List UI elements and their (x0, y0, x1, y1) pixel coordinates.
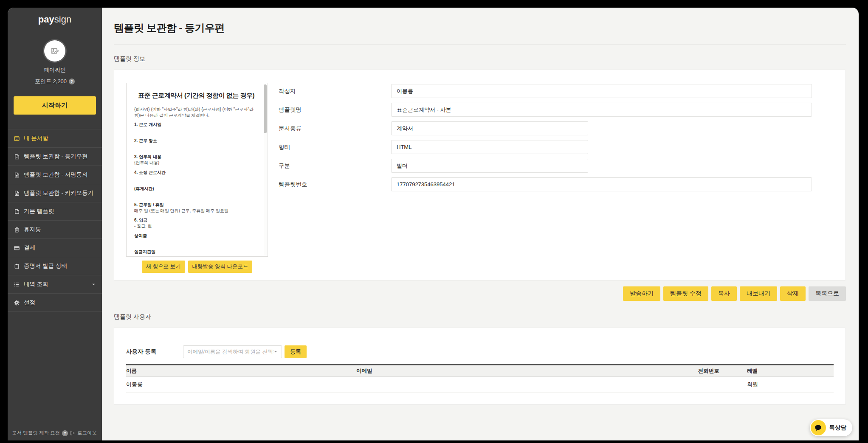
preview-scrollbar-thumb[interactable] (264, 84, 267, 133)
request-help-icon[interactable]: ? (62, 430, 68, 436)
back-to-list-button[interactable]: 목록으로 (809, 286, 846, 301)
category-field[interactable] (391, 159, 588, 173)
member-search-placeholder: 이메일/이름을 검색하여 회원을 선택하세요. (187, 348, 273, 356)
col-name: 이름 (126, 367, 356, 375)
chevron-down-icon (273, 350, 278, 354)
clipboard-icon (14, 263, 20, 269)
sidebar-item-label: 템플릿 보관함 - 서명동의 (24, 171, 88, 179)
page-title: 템플릿 보관함 - 등기우편 (114, 21, 846, 35)
sidebar-item-label: 내역 조회 (24, 280, 48, 288)
user-register-label: 사용자 등록 (126, 348, 183, 356)
sidebar-item-template-box-mail[interactable]: 템플릿 보관함 - 등기우편 (8, 147, 102, 165)
profile-image-icon (49, 45, 60, 56)
preview-line: 매월 일 (휴일의 경우는 전일 지급) (134, 255, 258, 257)
delete-button[interactable]: 삭제 (780, 286, 806, 301)
col-level: 레벨 (747, 367, 834, 375)
template-info-section-title: 템플릿 정보 (114, 55, 846, 63)
register-button[interactable]: 등록 (285, 345, 307, 358)
profile-points: 포인트 2,200 ? (8, 78, 102, 85)
category-label: 구분 (279, 162, 391, 170)
preview-line: - 월급: 원 (134, 223, 258, 229)
template-name-field[interactable] (391, 103, 812, 117)
template-users-panel: 사용자 등록 이메일/이름을 검색하여 회원을 선택하세요. 등록 이름 이메일… (114, 328, 846, 405)
template-request-label: 문서 템플릿 제작 요청 (12, 430, 60, 436)
gear-icon (14, 300, 20, 306)
template-number-field[interactable] (391, 177, 812, 191)
sidebar-item-trash[interactable]: 휴지통 (8, 220, 102, 238)
sidebar-item-my-documents[interactable]: 내 문서함 (8, 129, 102, 147)
field-row-author: 작성자 (279, 84, 834, 98)
document-box-icon (14, 135, 20, 142)
template-info-panel: 표준 근로계약서 (기간의 정함이 없는 경우) {회사명} (이하 "사업주"… (114, 70, 846, 280)
preview-line: 3. 업무의 내용 (134, 154, 258, 160)
sidebar-menu: 내 문서함 템플릿 보관함 - 등기우편 템플릿 보관함 - 서명동의 (8, 129, 102, 312)
app-window: paysign 페이싸인 포인트 2,200 ? 시작하기 (8, 8, 859, 440)
send-button[interactable]: 발송하기 (623, 286, 660, 301)
file-icon (14, 208, 20, 215)
table-row: 이몽룡 회원 (126, 377, 834, 393)
sidebar-item-history[interactable]: 내역 조회 (8, 275, 102, 293)
open-new-window-button[interactable]: 새 창으로 보기 (142, 261, 185, 273)
sidebar-item-label: 증명서 발급 상태 (24, 262, 67, 270)
logout-label: 로그아웃 (77, 430, 97, 436)
points-help-icon[interactable]: ? (69, 79, 75, 84)
member-search-select[interactable]: 이메일/이름을 검색하여 회원을 선택하세요. (183, 345, 282, 358)
export-button[interactable]: 내보내기 (740, 286, 777, 301)
col-phone: 전화번호 (698, 367, 747, 375)
sidebar-item-template-box-kakao[interactable]: 템플릿 보관함 - 카카오등기 (8, 184, 102, 202)
template-actions: 발송하기 템플릿 수정 복사 내보내기 삭제 목록으로 (114, 286, 846, 301)
sidebar-item-settings[interactable]: 설정 (8, 293, 102, 311)
format-field[interactable] (391, 140, 588, 154)
template-info-form: 작성자 템플릿명 문서종류 형태 (268, 83, 834, 270)
template-file-icon (14, 154, 20, 160)
preview-line: 매주 일 (또는 매일 단위) 근무, 주휴일 매주 일요일 (134, 208, 258, 214)
preview-line: 4. 소정 근로시간 (134, 170, 258, 176)
field-row-format: 형태 (279, 140, 834, 154)
bulk-send-download-button[interactable]: 대량발송 양식 다운로드 (188, 261, 253, 273)
edit-template-button[interactable]: 템플릿 수정 (663, 286, 708, 301)
preview-line: 2. 근무 장소 (134, 138, 258, 144)
start-button[interactable]: 시작하기 (14, 96, 96, 115)
list-icon (14, 281, 20, 288)
sidebar-item-label: 템플릿 보관함 - 카카오등기 (24, 189, 93, 197)
field-row-template-number: 템플릿번호 (279, 177, 834, 191)
main-content: 템플릿 보관함 - 등기우편 템플릿 정보 표준 근로계약서 (기간의 정함이 … (102, 8, 859, 440)
sidebar-item-basic-template[interactable]: 기본 템플릿 (8, 202, 102, 220)
copy-button[interactable]: 복사 (711, 286, 737, 301)
chat-consult-label: 톡상담 (829, 424, 847, 432)
preview-line: {업무의 내용} (134, 160, 258, 166)
doc-type-field[interactable] (391, 121, 588, 135)
users-table: 이름 이메일 전화번호 레벨 이몽룡 회원 (126, 364, 834, 393)
template-name-label: 템플릿명 (279, 106, 391, 114)
kakao-chat-icon (811, 420, 826, 435)
preview-line: {회사명} (이하 "사업주"라 함)과(와) {근로자명} (이하 "근로자"… (134, 107, 258, 118)
author-field[interactable] (391, 84, 812, 98)
user-register-row: 사용자 등록 이메일/이름을 검색하여 회원을 선택하세요. 등록 (126, 345, 834, 358)
template-request-link[interactable]: 문서 템플릿 제작 요청 ? (12, 430, 68, 436)
template-file-icon (14, 172, 20, 178)
logout-link[interactable]: 로그아웃 (70, 430, 97, 436)
logout-icon (70, 430, 75, 436)
template-users-section-title: 템플릿 사용자 (114, 313, 846, 321)
document-preview-column: 표준 근로계약서 (기간의 정함이 없는 경우) {회사명} (이하 "사업주"… (126, 83, 268, 270)
sidebar-item-payment[interactable]: 결제 (8, 238, 102, 257)
avatar (44, 40, 65, 62)
field-row-doc-type: 문서종류 (279, 121, 834, 135)
sidebar-item-certificate-status[interactable]: 증명서 발급 상태 (8, 257, 102, 275)
preview-scrollbar[interactable] (264, 84, 267, 255)
chat-consult-button[interactable]: 톡상담 (810, 419, 853, 436)
points-label: 포인트 2,200 (35, 78, 67, 85)
field-row-template-name: 템플릿명 (279, 103, 834, 117)
sidebar-item-template-box-sign[interactable]: 템플릿 보관함 - 서명동의 (8, 165, 102, 184)
format-label: 형태 (279, 143, 391, 151)
sidebar-item-label: 휴지통 (24, 226, 41, 233)
users-table-header: 이름 이메일 전화번호 레벨 (126, 364, 834, 377)
author-label: 작성자 (279, 87, 391, 95)
sidebar-item-label: 설정 (24, 299, 35, 306)
sidebar-footer: 문서 템플릿 제작 요청 ? 로그아웃 (12, 430, 97, 436)
doc-type-label: 문서종류 (279, 125, 391, 132)
preview-line: 상여금 (134, 233, 258, 239)
trash-icon (14, 227, 20, 233)
profile-name: 페이싸인 (8, 66, 102, 74)
preview-actions: 새 창으로 보기 대량발송 양식 다운로드 (126, 261, 268, 273)
